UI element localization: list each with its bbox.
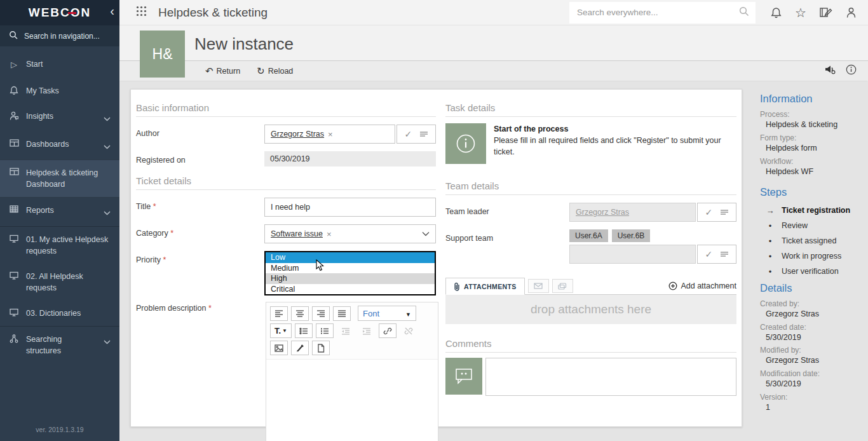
- remove-icon[interactable]: [323, 229, 332, 239]
- sidebar-item-helpdesk-dashboard[interactable]: Helpdesk & ticketing Dashboard: [0, 159, 119, 198]
- panel-field-modification-date: Modification date: 5/30/2019: [760, 369, 867, 390]
- category-field[interactable]: Software issue: [264, 224, 436, 243]
- field-value: 5/30/2019: [760, 379, 867, 390]
- attachments-section: ATTACHMENTS Add attachment dr: [445, 278, 736, 324]
- priority-option-high[interactable]: High: [266, 273, 435, 284]
- favorites-star-icon[interactable]: [795, 6, 806, 19]
- comment-bubble-icon: [454, 367, 474, 386]
- outdent-icon[interactable]: [337, 323, 355, 338]
- choose-list-icon[interactable]: [720, 207, 729, 218]
- step-current: Ticket registration: [765, 206, 867, 215]
- announcements-icon[interactable]: [825, 65, 836, 77]
- sidebar-item-label: Dashboards: [26, 139, 69, 150]
- sidebar-item-report-01[interactable]: 01. My active Helpdesk requests: [0, 227, 119, 264]
- global-search[interactable]: [569, 2, 756, 24]
- email-attachments-tab[interactable]: [528, 279, 549, 293]
- align-right-icon[interactable]: [312, 306, 330, 321]
- confirm-icon[interactable]: [404, 128, 412, 140]
- title-field[interactable]: I need help: [264, 198, 436, 217]
- bullet-icon: [765, 252, 775, 261]
- sidebar-item-reports[interactable]: Reports: [0, 198, 119, 226]
- problem-description-textarea[interactable]: [266, 359, 438, 441]
- related-attachments-tab[interactable]: [552, 279, 573, 293]
- team-leader-value: Grzegorz Stras: [576, 208, 629, 217]
- notifications-bell-icon[interactable]: [771, 7, 782, 18]
- form-card: Basic information Author Grzegorz Stras: [130, 89, 742, 427]
- confirm-icon[interactable]: [705, 248, 712, 260]
- member-chip[interactable]: User.6B: [612, 229, 651, 242]
- sidebar-item-report-03[interactable]: 03. Dictionaries: [0, 301, 119, 326]
- comment-tile: [445, 358, 482, 395]
- return-button[interactable]: Return: [205, 65, 240, 77]
- sidebar-item-dashboards[interactable]: Dashboards: [0, 132, 119, 159]
- app-launcher-icon[interactable]: [136, 6, 147, 19]
- step-item: User verification: [765, 267, 867, 276]
- envelope-icon: [534, 283, 543, 289]
- choose-list-icon[interactable]: [419, 128, 428, 140]
- align-left-icon[interactable]: [270, 306, 288, 321]
- info-icon[interactable]: [846, 64, 857, 78]
- sidebar-item-label: Helpdesk & ticketing Dashboard: [26, 167, 111, 190]
- reload-button[interactable]: Reload: [257, 65, 293, 77]
- author-value[interactable]: Grzegorz Stras: [271, 130, 324, 139]
- sidebar-search[interactable]: [0, 25, 119, 46]
- version-label: ver. 2019.1.3.19: [0, 419, 119, 441]
- return-icon: [205, 65, 214, 77]
- remove-icon[interactable]: [324, 130, 333, 139]
- edit-form-icon[interactable]: [820, 7, 832, 18]
- font-dropdown[interactable]: Font: [358, 306, 416, 321]
- choose-list-icon[interactable]: [720, 248, 729, 260]
- person-insights-icon: [9, 111, 19, 121]
- steps-list: Ticket registration Review Ticket assign…: [760, 206, 867, 276]
- section-task-details: Task details: [445, 102, 736, 117]
- format-painter-icon[interactable]: [291, 341, 309, 355]
- sidebar-item-start[interactable]: Start: [0, 51, 119, 78]
- sidebar-item-report-02[interactable]: 02. All Helpdesk requests: [0, 264, 119, 301]
- attachments-dropzone[interactable]: drop attachments here: [445, 295, 736, 324]
- author-field[interactable]: Grzegorz Stras: [264, 125, 395, 144]
- confirm-icon[interactable]: [705, 207, 712, 218]
- sidebar-item-label: 01. My active Helpdesk requests: [26, 234, 111, 257]
- numbered-list-icon[interactable]: [316, 323, 334, 338]
- search-icon[interactable]: [739, 6, 749, 19]
- align-justify-icon[interactable]: [333, 306, 351, 321]
- caret-down-icon: [405, 308, 411, 319]
- category-value[interactable]: Software issue: [271, 229, 323, 238]
- attachments-tabs: ATTACHMENTS Add attachment: [445, 278, 736, 295]
- bullet-list-icon[interactable]: [295, 323, 313, 338]
- sidebar-item-insights[interactable]: Insights: [0, 104, 119, 132]
- insert-link-icon[interactable]: [379, 323, 397, 338]
- section-ticket-details: Ticket details: [136, 175, 436, 190]
- priority-option-low[interactable]: Low: [266, 252, 435, 263]
- attachments-tab[interactable]: ATTACHMENTS: [445, 278, 525, 295]
- content-header: Return Reload H& New instance: [119, 25, 868, 81]
- add-attachment-button[interactable]: Add attachment: [668, 282, 736, 290]
- dashboard-icon: [9, 139, 19, 147]
- member-chip[interactable]: User.6A: [569, 229, 608, 242]
- copies-icon: [558, 283, 567, 290]
- plus-circle-icon: [668, 282, 677, 290]
- sidebar-item-searching-structures[interactable]: Searching structures: [0, 326, 119, 363]
- support-team-chips: User.6A User.6B: [569, 229, 736, 242]
- global-search-input[interactable]: [576, 7, 739, 18]
- chevron-down-icon[interactable]: [422, 229, 430, 238]
- field-value: Helpdesk form: [760, 143, 867, 154]
- info-circle-icon: [455, 133, 477, 154]
- add-attachment-label: Add attachment: [681, 282, 736, 290]
- step-item: Ticket assigned: [765, 236, 867, 246]
- sidebar-search-input[interactable]: [23, 31, 105, 41]
- field-value: Helpdesk WF: [760, 166, 867, 177]
- comment-input[interactable]: [485, 358, 736, 396]
- align-center-icon[interactable]: [291, 306, 309, 321]
- sidebar-item-my-tasks[interactable]: My Tasks: [0, 78, 119, 104]
- sidebar-collapse-icon[interactable]: ‹: [110, 4, 114, 17]
- insert-image-icon[interactable]: [270, 341, 288, 355]
- remove-link-icon[interactable]: [400, 323, 417, 338]
- indent-icon[interactable]: [358, 323, 376, 338]
- field-value: 1: [760, 402, 867, 413]
- text-style-icon[interactable]: [270, 323, 292, 338]
- source-document-icon[interactable]: [312, 341, 330, 355]
- priority-option-critical[interactable]: Critical: [266, 284, 435, 295]
- user-profile-icon[interactable]: [846, 7, 857, 18]
- priority-option-medium[interactable]: Medium: [266, 263, 435, 274]
